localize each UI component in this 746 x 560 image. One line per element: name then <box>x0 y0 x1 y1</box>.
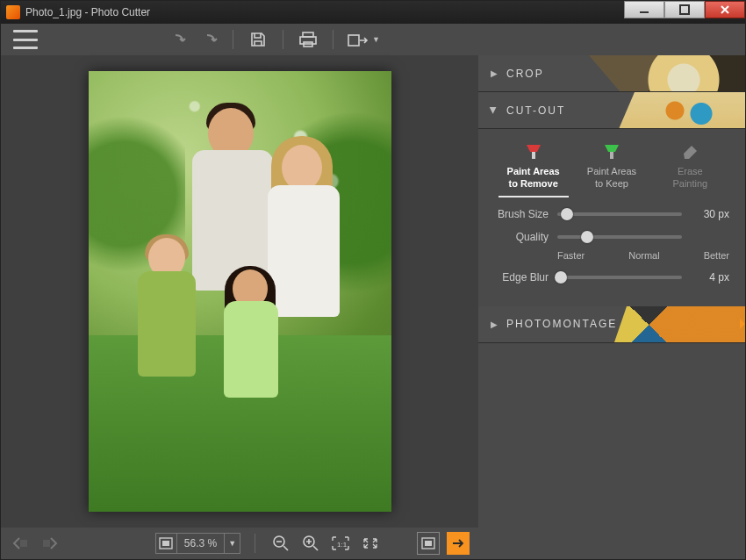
quality-faster: Faster <box>557 250 585 261</box>
svg-rect-13 <box>532 152 535 159</box>
chevron-right-icon: ▶ <box>491 319 498 329</box>
quality-label: Quality <box>494 231 549 243</box>
undo-button[interactable] <box>164 27 189 52</box>
quality-better: Better <box>704 250 729 261</box>
tool-erase-label: Erase Painting <box>672 166 707 190</box>
crop-thumb-icon <box>578 55 745 92</box>
quality-normal: Normal <box>628 250 659 261</box>
title-bar: Photo_1.jpg - Photo Cutter <box>1 1 745 24</box>
compare-button[interactable] <box>417 532 440 555</box>
export-dropdown-icon[interactable]: ▼ <box>372 35 380 44</box>
actual-size-button[interactable]: 1:1 <box>329 532 352 555</box>
svg-rect-5 <box>348 35 359 46</box>
quality-slider[interactable] <box>557 235 682 239</box>
edge-blur-row: Edge Blur 4 px <box>494 271 729 284</box>
svg-text:1:1: 1:1 <box>337 541 348 549</box>
panel-cutout[interactable]: ▶ CUT-OUT <box>478 92 745 129</box>
brush-size-value: 30 px <box>691 208 729 220</box>
prev-image-button[interactable] <box>10 532 32 555</box>
print-button[interactable] <box>296 27 320 52</box>
expand-handle-icon[interactable] <box>740 306 745 342</box>
tool-erase[interactable]: Erase Painting <box>655 141 725 197</box>
panel-crop-label: CROP <box>506 68 544 80</box>
brush-size-slider[interactable] <box>557 212 682 216</box>
panel-cutout-body: Paint Areas to Remove Paint Areas to Kee… <box>478 129 745 306</box>
svg-rect-7 <box>162 541 169 546</box>
chevron-right-icon: ▶ <box>491 68 498 78</box>
canvas-area: 56.3 % ▼ 1:1 <box>1 55 478 559</box>
panel-photomontage[interactable]: ▶ PHOTOMONTAGE <box>478 306 745 343</box>
app-window: Photo_1.jpg - Photo Cutter <box>0 0 746 560</box>
image-canvas[interactable] <box>1 55 478 528</box>
edge-blur-slider[interactable] <box>557 276 682 279</box>
fit-window-button[interactable] <box>359 532 382 555</box>
app-icon <box>6 5 20 19</box>
zoom-out-button[interactable] <box>269 532 292 555</box>
zoom-dropdown-icon[interactable]: ▼ <box>224 534 240 553</box>
cutout-thumb-icon <box>578 92 745 129</box>
panel-photomontage-label: PHOTOMONTAGE <box>506 318 617 330</box>
zoom-value: 56.3 % <box>177 537 224 549</box>
minimize-button[interactable] <box>624 1 664 18</box>
tool-paint-remove[interactable]: Paint Areas to Remove <box>499 141 569 197</box>
tool-paint-remove-label: Paint Areas to Remove <box>507 166 560 190</box>
brush-size-label: Brush Size <box>494 208 549 220</box>
svg-rect-0 <box>640 11 649 13</box>
panel-cutout-label: CUT-OUT <box>506 104 565 117</box>
photo-preview <box>89 71 391 512</box>
save-button[interactable] <box>246 27 270 52</box>
edge-blur-value: 4 px <box>691 271 729 284</box>
side-panel: ▶ CROP ▶ CUT-OUT Paint Areas to Remove <box>478 55 745 559</box>
tool-paint-keep[interactable]: Paint Areas to Keep <box>577 141 647 197</box>
redo-button[interactable] <box>196 27 220 52</box>
zoom-in-button[interactable] <box>299 532 322 555</box>
main-area: 56.3 % ▼ 1:1 <box>1 55 745 559</box>
bottom-toolbar: 56.3 % ▼ 1:1 <box>1 528 478 559</box>
window-title: Photo_1.jpg - Photo Cutter <box>25 6 150 18</box>
menu-button[interactable] <box>13 30 38 49</box>
svg-rect-1 <box>680 5 689 14</box>
fit-screen-icon[interactable] <box>156 534 177 553</box>
tool-paint-keep-label: Paint Areas to Keep <box>587 166 636 190</box>
export-button[interactable] <box>346 27 370 52</box>
brush-size-row: Brush Size 30 px <box>494 208 729 220</box>
svg-rect-12 <box>425 541 432 546</box>
panel-crop[interactable]: ▶ CROP <box>478 55 745 92</box>
quality-ticks: Faster Normal Better <box>557 250 729 261</box>
top-toolbar: ▼ <box>1 24 745 55</box>
svg-rect-14 <box>610 152 613 159</box>
edge-blur-label: Edge Blur <box>494 271 549 284</box>
chevron-down-icon: ▶ <box>489 107 499 114</box>
next-image-button[interactable] <box>38 532 61 555</box>
close-button[interactable] <box>705 1 745 18</box>
maximize-button[interactable] <box>664 1 705 18</box>
apply-button[interactable] <box>447 532 470 555</box>
panel-empty <box>478 343 745 560</box>
zoom-box: 56.3 % ▼ <box>155 533 240 554</box>
quality-row: Quality <box>494 231 729 243</box>
